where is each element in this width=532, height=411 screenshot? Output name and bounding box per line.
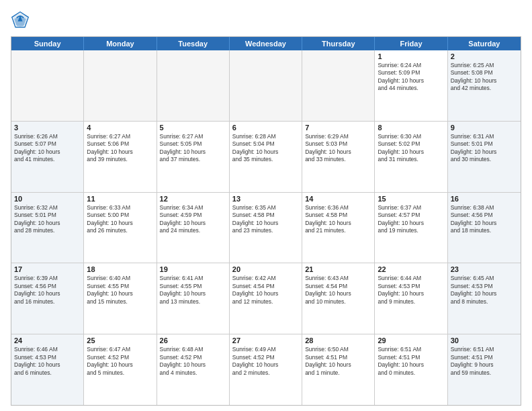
day-number: 25 bbox=[87, 336, 153, 345]
day-number: 13 bbox=[232, 195, 299, 203]
weekday-header-tuesday: Tuesday bbox=[157, 37, 230, 50]
day-cell-8: 8Sunrise: 6:30 AMSunset: 5:02 PMDaylight… bbox=[375, 122, 447, 192]
day-number: 11 bbox=[87, 195, 153, 203]
day-cell-14: 14Sunrise: 6:36 AMSunset: 4:58 PMDayligh… bbox=[302, 193, 375, 263]
day-info: Sunrise: 6:51 AMSunset: 4:51 PMDaylight:… bbox=[378, 346, 444, 377]
calendar-row-1: 3Sunrise: 6:26 AMSunset: 5:07 PMDaylight… bbox=[11, 121, 521, 192]
day-info: Sunrise: 6:40 AMSunset: 4:55 PMDaylight:… bbox=[87, 275, 153, 306]
day-info: Sunrise: 6:27 AMSunset: 5:05 PMDaylight:… bbox=[160, 133, 226, 164]
calendar-row-3: 17Sunrise: 6:39 AMSunset: 4:56 PMDayligh… bbox=[11, 263, 521, 334]
day-cell-26: 26Sunrise: 6:48 AMSunset: 4:52 PMDayligh… bbox=[157, 334, 230, 405]
day-cell-18: 18Sunrise: 6:40 AMSunset: 4:55 PMDayligh… bbox=[84, 263, 157, 334]
day-info: Sunrise: 6:35 AMSunset: 4:58 PMDaylight:… bbox=[232, 204, 299, 235]
day-cell-11: 11Sunrise: 6:33 AMSunset: 5:00 PMDayligh… bbox=[84, 193, 157, 263]
day-cell-30: 30Sunrise: 6:51 AMSunset: 4:51 PMDayligh… bbox=[448, 334, 521, 405]
day-number: 28 bbox=[305, 336, 371, 345]
day-info: Sunrise: 6:27 AMSunset: 5:06 PMDaylight:… bbox=[87, 133, 153, 164]
day-info: Sunrise: 6:44 AMSunset: 4:53 PMDaylight:… bbox=[378, 275, 444, 306]
day-cell-17: 17Sunrise: 6:39 AMSunset: 4:56 PMDayligh… bbox=[11, 263, 84, 334]
day-number: 4 bbox=[87, 124, 153, 132]
day-info: Sunrise: 6:37 AMSunset: 4:57 PMDaylight:… bbox=[378, 204, 444, 235]
day-cell-2: 2Sunrise: 6:25 AMSunset: 5:08 PMDaylight… bbox=[448, 50, 521, 121]
logo bbox=[11, 11, 34, 30]
day-number: 20 bbox=[232, 265, 299, 273]
day-info: Sunrise: 6:29 AMSunset: 5:03 PMDaylight:… bbox=[305, 133, 371, 164]
day-number: 21 bbox=[305, 265, 371, 273]
day-number: 22 bbox=[378, 265, 444, 273]
day-number: 2 bbox=[451, 52, 518, 60]
day-cell-28: 28Sunrise: 6:50 AMSunset: 4:51 PMDayligh… bbox=[302, 334, 375, 405]
day-number: 8 bbox=[378, 124, 444, 132]
calendar: SundayMondayTuesdayWednesdayThursdayFrid… bbox=[11, 36, 521, 406]
day-info: Sunrise: 6:39 AMSunset: 4:56 PMDaylight:… bbox=[14, 275, 81, 306]
day-cell-25: 25Sunrise: 6:47 AMSunset: 4:52 PMDayligh… bbox=[84, 334, 157, 405]
empty-cell bbox=[84, 50, 157, 121]
day-info: Sunrise: 6:36 AMSunset: 4:58 PMDaylight:… bbox=[305, 204, 371, 235]
day-cell-10: 10Sunrise: 6:32 AMSunset: 5:01 PMDayligh… bbox=[11, 193, 84, 263]
day-cell-12: 12Sunrise: 6:34 AMSunset: 4:59 PMDayligh… bbox=[157, 193, 230, 263]
day-info: Sunrise: 6:47 AMSunset: 4:52 PMDaylight:… bbox=[87, 346, 153, 377]
day-number: 17 bbox=[14, 265, 81, 273]
day-number: 9 bbox=[451, 124, 518, 132]
empty-cell bbox=[302, 50, 375, 121]
day-cell-29: 29Sunrise: 6:51 AMSunset: 4:51 PMDayligh… bbox=[375, 334, 447, 405]
calendar-body: 1Sunrise: 6:24 AMSunset: 5:09 PMDaylight… bbox=[11, 50, 521, 405]
day-info: Sunrise: 6:28 AMSunset: 5:04 PMDaylight:… bbox=[232, 133, 299, 164]
day-info: Sunrise: 6:50 AMSunset: 4:51 PMDaylight:… bbox=[305, 346, 371, 377]
day-cell-6: 6Sunrise: 6:28 AMSunset: 5:04 PMDaylight… bbox=[230, 122, 302, 192]
day-number: 19 bbox=[160, 265, 226, 273]
day-info: Sunrise: 6:43 AMSunset: 4:54 PMDaylight:… bbox=[305, 275, 371, 306]
day-info: Sunrise: 6:49 AMSunset: 4:52 PMDaylight:… bbox=[232, 346, 299, 377]
day-number: 27 bbox=[232, 336, 299, 345]
day-number: 15 bbox=[378, 195, 444, 203]
empty-cell bbox=[157, 50, 230, 121]
day-number: 29 bbox=[378, 336, 444, 345]
logo-icon bbox=[11, 11, 30, 30]
day-cell-3: 3Sunrise: 6:26 AMSunset: 5:07 PMDaylight… bbox=[11, 122, 84, 192]
page: SundayMondayTuesdayWednesdayThursdayFrid… bbox=[0, 0, 532, 411]
day-cell-15: 15Sunrise: 6:37 AMSunset: 4:57 PMDayligh… bbox=[375, 193, 447, 263]
day-info: Sunrise: 6:42 AMSunset: 4:54 PMDaylight:… bbox=[232, 275, 299, 306]
day-info: Sunrise: 6:33 AMSunset: 5:00 PMDaylight:… bbox=[87, 204, 153, 235]
day-info: Sunrise: 6:30 AMSunset: 5:02 PMDaylight:… bbox=[378, 133, 444, 164]
day-info: Sunrise: 6:46 AMSunset: 4:53 PMDaylight:… bbox=[14, 346, 81, 377]
day-cell-9: 9Sunrise: 6:31 AMSunset: 5:01 PMDaylight… bbox=[448, 122, 521, 192]
weekday-header-saturday: Saturday bbox=[448, 37, 521, 50]
day-cell-21: 21Sunrise: 6:43 AMSunset: 4:54 PMDayligh… bbox=[302, 263, 375, 334]
calendar-header: SundayMondayTuesdayWednesdayThursdayFrid… bbox=[11, 37, 521, 50]
day-cell-27: 27Sunrise: 6:49 AMSunset: 4:52 PMDayligh… bbox=[230, 334, 302, 405]
day-cell-23: 23Sunrise: 6:45 AMSunset: 4:53 PMDayligh… bbox=[448, 263, 521, 334]
day-info: Sunrise: 6:31 AMSunset: 5:01 PMDaylight:… bbox=[451, 133, 518, 164]
day-info: Sunrise: 6:26 AMSunset: 5:07 PMDaylight:… bbox=[14, 133, 81, 164]
day-info: Sunrise: 6:32 AMSunset: 5:01 PMDaylight:… bbox=[14, 204, 81, 235]
day-cell-7: 7Sunrise: 6:29 AMSunset: 5:03 PMDaylight… bbox=[302, 122, 375, 192]
day-number: 1 bbox=[378, 52, 444, 60]
day-info: Sunrise: 6:45 AMSunset: 4:53 PMDaylight:… bbox=[451, 275, 518, 306]
day-info: Sunrise: 6:51 AMSunset: 4:51 PMDaylight:… bbox=[451, 346, 518, 377]
calendar-row-4: 24Sunrise: 6:46 AMSunset: 4:53 PMDayligh… bbox=[11, 334, 521, 405]
weekday-header-friday: Friday bbox=[375, 37, 447, 50]
calendar-row-2: 10Sunrise: 6:32 AMSunset: 5:01 PMDayligh… bbox=[11, 192, 521, 263]
day-number: 16 bbox=[451, 195, 518, 203]
day-number: 24 bbox=[14, 336, 81, 345]
day-number: 30 bbox=[451, 336, 518, 345]
day-cell-13: 13Sunrise: 6:35 AMSunset: 4:58 PMDayligh… bbox=[230, 193, 302, 263]
day-info: Sunrise: 6:38 AMSunset: 4:56 PMDaylight:… bbox=[451, 204, 518, 235]
day-number: 5 bbox=[160, 124, 226, 132]
day-info: Sunrise: 6:34 AMSunset: 4:59 PMDaylight:… bbox=[160, 204, 226, 235]
day-cell-22: 22Sunrise: 6:44 AMSunset: 4:53 PMDayligh… bbox=[375, 263, 447, 334]
day-cell-4: 4Sunrise: 6:27 AMSunset: 5:06 PMDaylight… bbox=[84, 122, 157, 192]
day-info: Sunrise: 6:41 AMSunset: 4:55 PMDaylight:… bbox=[160, 275, 226, 306]
day-number: 7 bbox=[305, 124, 371, 132]
day-number: 3 bbox=[14, 124, 81, 132]
day-number: 12 bbox=[160, 195, 226, 203]
day-cell-16: 16Sunrise: 6:38 AMSunset: 4:56 PMDayligh… bbox=[448, 193, 521, 263]
day-number: 18 bbox=[87, 265, 153, 273]
weekday-header-thursday: Thursday bbox=[302, 37, 375, 50]
day-info: Sunrise: 6:25 AMSunset: 5:08 PMDaylight:… bbox=[451, 62, 518, 93]
day-number: 6 bbox=[232, 124, 299, 132]
day-number: 23 bbox=[451, 265, 518, 273]
weekday-header-monday: Monday bbox=[84, 37, 157, 50]
day-info: Sunrise: 6:24 AMSunset: 5:09 PMDaylight:… bbox=[378, 62, 444, 93]
day-number: 26 bbox=[160, 336, 226, 345]
